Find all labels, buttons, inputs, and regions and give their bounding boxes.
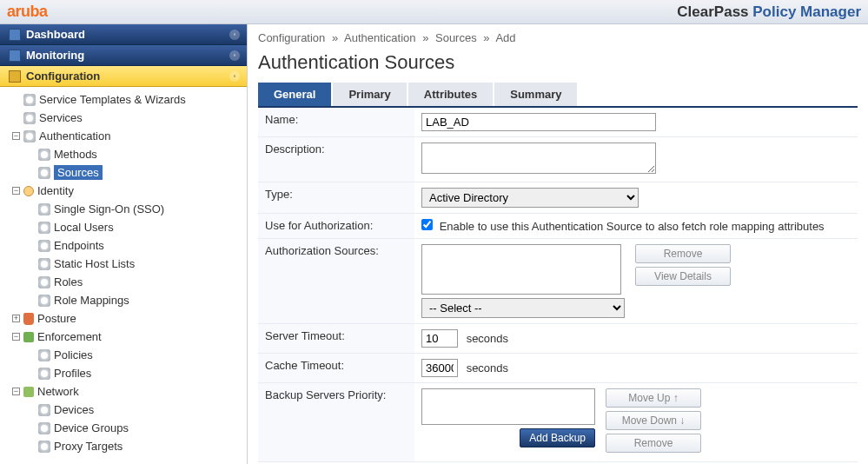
main-content: Configuration » Authentication » Sources… [248, 24, 868, 464]
gear-icon [38, 368, 50, 380]
gear-icon [38, 203, 50, 215]
tree-network[interactable]: −Network [0, 382, 247, 401]
tree-enforcement[interactable]: −Enforcement [0, 328, 247, 346]
gear-icon [38, 240, 50, 252]
remove-button[interactable]: Remove [635, 244, 731, 263]
nav-tree: Service Templates & Wizards Services −Au… [0, 87, 247, 459]
cache-timeout-label: Cache Timeout: [258, 354, 414, 383]
name-label: Name: [258, 108, 414, 137]
chevron-icon: ◦ [229, 30, 240, 40]
gear-icon [38, 295, 50, 307]
gear-icon [38, 404, 50, 416]
sidebar-section-dashboard[interactable]: Dashboard ◦ [0, 24, 247, 45]
backup-list[interactable] [421, 388, 595, 425]
gear-icon [23, 94, 36, 106]
seconds-unit: seconds [467, 361, 508, 375]
tree-endpoints[interactable]: Endpoints [0, 236, 247, 255]
tree-devices[interactable]: Devices [0, 401, 247, 419]
crumb: Add [495, 31, 515, 44]
view-details-button[interactable]: View Details [635, 267, 731, 286]
product-name-a: ClearPass [677, 3, 748, 20]
tree-posture[interactable]: +Posture [0, 309, 247, 328]
collapse-icon[interactable]: − [12, 132, 20, 140]
expand-icon[interactable]: + [12, 315, 20, 322]
gear-icon [38, 349, 50, 361]
description-label: Description: [258, 137, 414, 182]
product-title: ClearPass Policy Manager [677, 3, 861, 21]
sidebar-section-monitoring[interactable]: Monitoring ◦ [0, 45, 247, 66]
name-input[interactable] [421, 113, 656, 131]
type-select[interactable]: Active Directory [421, 188, 639, 208]
server-icon [23, 332, 34, 342]
crumb[interactable]: Configuration [258, 31, 325, 44]
server-timeout-input[interactable] [421, 329, 458, 348]
tree-device-groups[interactable]: Device Groups [0, 419, 247, 437]
tree-roles[interactable]: Roles [0, 273, 247, 291]
tab-summary[interactable]: Summary [494, 83, 577, 106]
seconds-unit: seconds [467, 332, 508, 345]
collapse-icon[interactable]: − [12, 333, 20, 341]
sidebar-label: Monitoring [26, 49, 84, 62]
dashboard-icon [9, 29, 21, 41]
tree-profiles[interactable]: Profiles [0, 364, 247, 382]
sidebar-label: Configuration [26, 70, 100, 83]
chevron-icon: ◦ [229, 71, 240, 82]
move-up-button[interactable]: Move Up ↑ [606, 388, 701, 408]
tree-static-host[interactable]: Static Host Lists [0, 255, 247, 273]
gear-icon [38, 167, 50, 179]
network-icon [23, 387, 34, 397]
chevron-icon: ◦ [229, 50, 240, 61]
shield-icon [23, 313, 34, 325]
config-icon [9, 70, 21, 83]
tree-services[interactable]: Services [0, 109, 247, 127]
tree-sources[interactable]: Sources [0, 163, 247, 182]
monitoring-icon [9, 50, 21, 62]
use-auth-text: Enable to use this Authentication Source… [440, 220, 825, 233]
app-header: aruba ClearPass Policy Manager [0, 0, 868, 24]
type-label: Type: [258, 182, 414, 214]
tree-role-mappings[interactable]: Role Mappings [0, 291, 247, 309]
tab-general[interactable]: General [258, 83, 331, 106]
cache-timeout-input[interactable] [421, 359, 458, 377]
tree-local-users[interactable]: Local Users [0, 218, 247, 236]
crumb[interactable]: Sources [435, 31, 477, 44]
backup-label: Backup Servers Priority: [258, 383, 414, 462]
tree-sso[interactable]: Single Sign-On (SSO) [0, 200, 247, 218]
gear-icon [38, 441, 50, 453]
brand-logo: aruba [7, 3, 48, 21]
gear-icon [38, 149, 50, 161]
crumb[interactable]: Authentication [344, 31, 415, 44]
use-auth-label: Use for Authorization: [258, 214, 414, 239]
page-title: Authentication Sources [258, 51, 858, 74]
gear-icon [38, 422, 50, 434]
server-timeout-label: Server Timeout: [258, 324, 414, 354]
move-down-button[interactable]: Move Down ↓ [606, 411, 701, 430]
product-name-b: Policy Manager [752, 3, 861, 20]
tab-bar: General Primary Attributes Summary [258, 83, 858, 108]
tree-identity[interactable]: −Identity [0, 182, 247, 200]
form-table: Name: Description: Type: Active Director… [258, 108, 858, 462]
tree-service-templates[interactable]: Service Templates & Wizards [0, 90, 247, 109]
description-input[interactable] [421, 143, 656, 174]
breadcrumb: Configuration » Authentication » Sources… [258, 31, 858, 44]
use-auth-checkbox[interactable] [421, 219, 433, 230]
tree-authentication[interactable]: −Authentication [0, 127, 247, 145]
remove-backup-button[interactable]: Remove [606, 434, 701, 453]
auth-sources-select[interactable]: -- Select -- [421, 298, 625, 318]
sidebar-label: Dashboard [26, 28, 85, 41]
identity-icon [23, 186, 34, 196]
auth-sources-list[interactable] [421, 244, 621, 295]
gear-icon [38, 222, 50, 234]
gear-icon [23, 112, 36, 124]
sidebar: Dashboard ◦ Monitoring ◦ Configuration ◦… [0, 24, 248, 464]
sidebar-section-configuration[interactable]: Configuration ◦ [0, 66, 247, 87]
add-backup-button[interactable]: Add Backup [520, 428, 595, 447]
collapse-icon[interactable]: − [12, 187, 20, 195]
tab-primary[interactable]: Primary [333, 83, 406, 106]
gear-icon [38, 276, 50, 288]
tab-attributes[interactable]: Attributes [408, 83, 493, 106]
tree-proxy-targets[interactable]: Proxy Targets [0, 437, 247, 455]
collapse-icon[interactable]: − [12, 388, 20, 395]
tree-policies[interactable]: Policies [0, 346, 247, 364]
tree-methods[interactable]: Methods [0, 145, 247, 163]
